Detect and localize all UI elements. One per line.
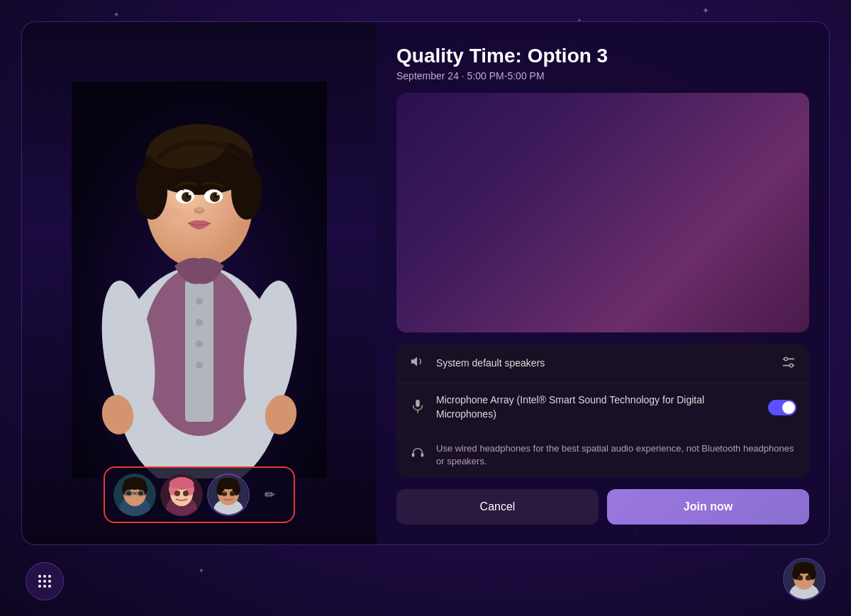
svg-point-81: [798, 575, 803, 580]
svg-point-29: [215, 207, 236, 218]
svg-point-74: [48, 585, 51, 588]
microphone-row: Microphone Array (Intel® Smart Sound Tec…: [396, 383, 809, 432]
svg-point-72: [38, 585, 41, 588]
svg-point-4: [196, 298, 203, 305]
grid-icon: [36, 573, 53, 590]
main-panel: ✏ Quality Time: Option 3 September 24 · …: [21, 21, 830, 545]
action-buttons: Cancel Join now: [396, 489, 809, 525]
svg-point-61: [789, 364, 793, 367]
cancel-button[interactable]: Cancel: [396, 489, 599, 525]
star-deco: ✦: [702, 6, 709, 16]
user-nav-button[interactable]: [783, 558, 825, 600]
svg-point-28: [162, 207, 184, 218]
microphone-icon: [409, 398, 426, 418]
svg-point-25: [189, 193, 191, 195]
svg-point-56: [230, 491, 235, 495]
svg-point-69: [38, 580, 41, 583]
svg-point-68: [48, 575, 51, 578]
svg-point-48: [183, 491, 189, 496]
svg-point-47: [174, 491, 180, 496]
headphone-icon: [409, 445, 426, 464]
event-datetime: September 24 · 5:00 PM-5:00 PM: [396, 70, 809, 82]
svg-rect-62: [416, 399, 420, 406]
pencil-icon: ✏: [265, 487, 275, 503]
svg-point-60: [784, 357, 788, 361]
headphone-row: Use wired headphones for the best spatia…: [396, 432, 809, 478]
microphone-toggle[interactable]: [768, 400, 796, 415]
avatar-option-2[interactable]: [160, 474, 203, 516]
speaker-label: System default speakers: [436, 357, 771, 371]
svg-point-5: [196, 319, 203, 326]
svg-point-67: [43, 575, 46, 578]
user-avatar-nav: [784, 559, 824, 599]
audio-controls: System default speakers: [396, 344, 809, 478]
microphone-label: Microphone Array (Intel® Smart Sound Tec…: [436, 393, 758, 421]
star-deco: ✦: [199, 567, 204, 574]
star-deco: ✦: [113, 11, 119, 18]
event-preview: [396, 93, 809, 332]
edit-avatar-button[interactable]: ✏: [254, 479, 285, 510]
event-title: Quality Time: Option 3: [396, 45, 809, 67]
svg-point-16: [136, 163, 167, 220]
svg-point-71: [48, 580, 51, 583]
svg-point-40: [138, 491, 143, 495]
speaker-icon: [409, 354, 426, 373]
avatar-panel: ✏: [22, 22, 377, 544]
avatar-option-1[interactable]: [113, 474, 156, 516]
avatar-display: [72, 82, 327, 478]
svg-point-82: [806, 575, 811, 580]
avatar-selector: ✏: [104, 466, 295, 523]
svg-point-17: [231, 163, 262, 220]
svg-point-7: [196, 362, 203, 369]
svg-point-57: [223, 490, 227, 493]
speaker-row: System default speakers: [396, 344, 809, 383]
svg-point-6: [196, 340, 203, 347]
svg-rect-64: [412, 453, 415, 457]
grid-nav-button[interactable]: [26, 562, 64, 600]
svg-point-73: [43, 585, 46, 588]
avatar-option-3[interactable]: [207, 474, 250, 516]
svg-rect-65: [421, 453, 424, 457]
join-now-button[interactable]: Join now: [607, 489, 809, 525]
headphone-note: Use wired headphones for the best spatia…: [436, 442, 796, 468]
event-header: Quality Time: Option 3 September 24 · 5:…: [396, 45, 809, 82]
svg-point-66: [38, 575, 41, 578]
mic-toggle-switch[interactable]: [768, 400, 796, 415]
svg-point-39: [127, 491, 131, 495]
svg-point-26: [217, 193, 219, 195]
svg-point-70: [43, 580, 46, 583]
right-panel: Quality Time: Option 3 September 24 · 5:…: [377, 22, 829, 544]
speaker-settings[interactable]: [781, 354, 796, 373]
